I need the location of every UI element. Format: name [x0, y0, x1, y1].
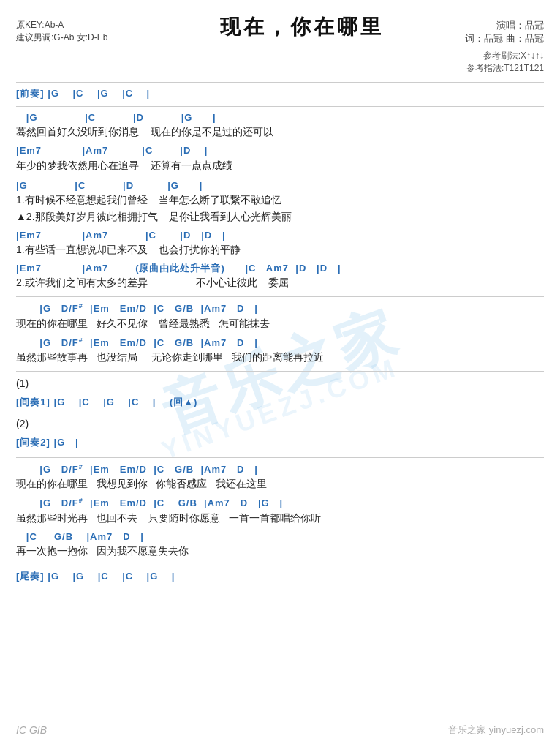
bottom-left-text: IC GIB: [16, 724, 47, 736]
final-chord1: |G D/F# |Em Em/D |C G/B |Am7 D |: [16, 462, 544, 477]
verse2-lyric3: 1.有些话一直想说却已来不及 也会打扰你的平静: [16, 242, 544, 258]
final-chord3: |C G/B |Am7 D |: [16, 530, 544, 544]
divider5: [16, 565, 544, 565]
verse2-lyric1: 1.有时候不经意想起我们曾经 当年怎么断了联繋不敢追忆: [16, 192, 544, 208]
interlude1-chords: [间奏1] |G |C |G |C | (回▲): [16, 396, 544, 409]
verse2-chord3: |Em7 |Am7 (原曲由此处升半音) |C Am7 |D |D |: [16, 262, 544, 275]
verse2-chord1: |G |C |D |G |: [16, 179, 544, 192]
ref-strum: 参考刷法:X↑↓↑↓: [398, 50, 544, 62]
final-chord2: |G D/F# |Em Em/D |C G/B |Am7 D |G |: [16, 496, 544, 511]
ref-fingering: 参考指法:T121T121: [398, 62, 544, 75]
verse2-chord2: |Em7 |Am7 |C |D |D |: [16, 229, 544, 242]
verse1-section: |G |C |D |G | 蓦然回首好久没听到你消息 现在的你是不是过的还可以 …: [16, 111, 544, 173]
interlude1-section: (1) [间奏1] |G |C |G |C | (回▲): [16, 376, 544, 409]
interlude1-label: (1): [16, 376, 544, 391]
key-info: 原KEY:Ab-A 建议男调:G-Ab 女:D-Eb: [16, 13, 206, 44]
verse1-chord2: |Em7 |Am7 |C |D |: [16, 144, 544, 157]
verse2-section: |G |C |D |G | 1.有时候不经意想起我们曾经 当年怎么断了联繋不敢追…: [16, 179, 544, 291]
verse2-lyric2: ▲2.那段美好岁月彼此相拥打气 是你让我看到人心光辉美丽: [16, 209, 544, 225]
interlude2-label: (2): [16, 416, 544, 432]
divider4: [16, 457, 544, 458]
chorus1-chord1: |G D/F# |Em Em/D |C G/B |Am7 D |: [16, 301, 544, 316]
final-lyric3: 再一次抱一抱你 因为我不愿意失去你: [16, 544, 544, 559]
final-lyric2: 虽然那些时光再 也回不去 只要随时你愿意 一首一首都唱给你听: [16, 511, 544, 526]
singer-label: 演唱：品冠: [398, 19, 544, 32]
song-title: 现在，你在哪里: [206, 13, 398, 41]
chorus1-chord2: |G D/F# |Em Em/D |C G/B |Am7 D |: [16, 336, 544, 350]
verse2-lyric4: 2.或许我们之间有太多的差异 不小心让彼此 委屈: [16, 275, 544, 290]
chorus1-lyric1: 现在的你在哪里 好久不见你 曾经最熟悉 怎可能抹去: [16, 316, 544, 331]
verse1-lyric1: 蓦然回首好久没听到你消息 现在的你是不是过的还可以: [16, 124, 544, 140]
final-lyric1: 现在的你在哪里 我想见到你 你能否感应 我还在这里: [16, 476, 544, 492]
header-area: 原KEY:Ab-A 建议男调:G-Ab 女:D-Eb 现在，你在哪里 演唱：品冠…: [16, 13, 544, 75]
intro-section: [前奏] |G |C |G |C |: [16, 87, 544, 100]
divider2: [16, 296, 544, 297]
chorus1-lyric2: 虽然那些故事再 也没结局 无论你走到哪里 我们的距离能再拉近: [16, 350, 544, 365]
interlude2-section: (2) [间奏2] |G |: [16, 416, 544, 449]
divider3: [16, 371, 544, 372]
interlude2-chords: [间奏2] |G |: [16, 436, 544, 449]
outro-chords: [尾奏] |G |G |C |C |G |: [16, 570, 544, 583]
verse1-lyric2: 年少的梦我依然用心在追寻 还算有一点点成绩: [16, 158, 544, 173]
final-chorus-section: |G D/F# |Em Em/D |C G/B |Am7 D | 现在的你在哪里…: [16, 462, 544, 559]
artist-info: 演唱：品冠 词：品冠 曲：品冠 参考刷法:X↑↓↑↓ 参考指法:T121T121: [398, 13, 544, 75]
intro-chords: [前奏] |G |C |G |C |: [16, 87, 544, 100]
bottom-right-text: 音乐之家 yinyuezj.com: [448, 724, 544, 737]
verse1-chord1: |G |C |D |G |: [16, 111, 544, 124]
suggestion-key: 建议男调:G-Ab 女:D-Eb: [16, 31, 206, 44]
title-area: 现在，你在哪里: [206, 13, 398, 41]
header-divider: [16, 82, 544, 83]
bottom-bar: IC GIB 音乐之家 yinyuezj.com: [0, 724, 560, 737]
writer-label: 词：品冠 曲：品冠: [398, 32, 544, 45]
chorus1-section: |G D/F# |Em Em/D |C G/B |Am7 D | 现在的你在哪里…: [16, 301, 544, 365]
outro-section: [尾奏] |G |G |C |C |G |: [16, 570, 544, 583]
divider1: [16, 106, 544, 107]
original-key: 原KEY:Ab-A: [16, 19, 206, 31]
